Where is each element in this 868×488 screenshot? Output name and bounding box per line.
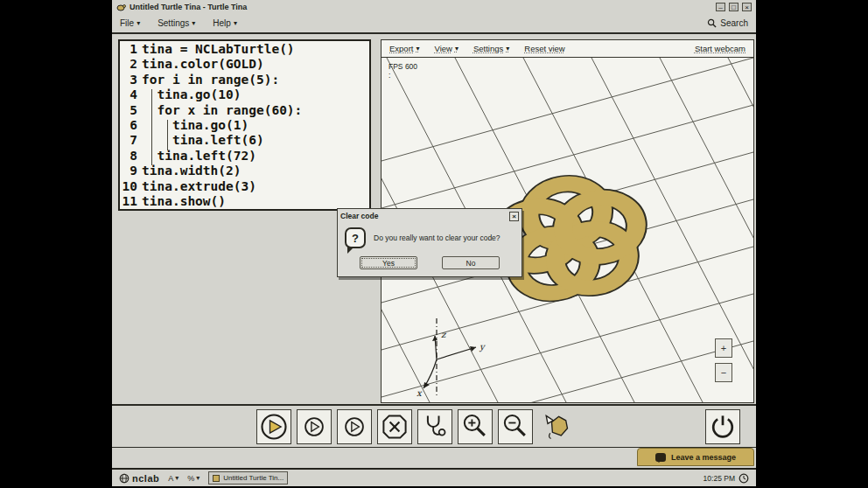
play-slow-button[interactable] — [337, 409, 372, 444]
chevron-down-icon: ▾ — [506, 45, 509, 52]
code-text[interactable]: tina.extrude(3) — [142, 179, 256, 194]
reset-view-button[interactable]: Reset view — [524, 44, 564, 53]
run-button[interactable] — [256, 409, 291, 444]
menu-file[interactable]: File ▾ — [120, 18, 140, 28]
line-number: 7 — [120, 133, 142, 148]
code-text[interactable]: for i in range(5): — [142, 73, 279, 87]
view-label: View — [434, 44, 452, 53]
no-button[interactable]: No — [442, 256, 500, 269]
code-line: 5 for x in range(60): — [120, 103, 369, 118]
chat-icon — [655, 453, 666, 462]
window-title: Untitled Turtle Tina - Turtle Tina — [130, 3, 247, 11]
stats-line: : — [388, 71, 417, 80]
start-webcam-button[interactable]: Start webcam — [695, 44, 746, 53]
code-text[interactable]: tina.show() — [142, 194, 226, 209]
power-button[interactable] — [705, 409, 740, 444]
chevron-down-icon: ▾ — [234, 19, 237, 27]
code-text[interactable]: tina.left(72) — [142, 149, 256, 164]
indent-guide — [167, 120, 168, 150]
code-text[interactable]: tina.left(6) — [142, 133, 264, 148]
fps-counter: FPS 600 : — [388, 62, 417, 80]
code-editor[interactable]: 1tina = NCLabTurtle() 2tina.color(GOLD) … — [118, 39, 371, 211]
menu-help[interactable]: Help ▾ — [213, 18, 237, 28]
app-window: Untitled Turtle Tina - Turtle Tina – □ ×… — [112, 0, 756, 486]
viewport-menu-settings[interactable]: Settings ▾ — [473, 44, 509, 53]
code-line: 1tina = NCLabTurtle() — [120, 42, 369, 57]
code-line: 11tina.show() — [120, 194, 369, 209]
stop-icon — [379, 411, 410, 443]
font-size-icon: A — [168, 474, 173, 483]
line-number: 11 — [120, 194, 142, 209]
line-number: 8 — [120, 149, 142, 164]
settings-label: Settings — [473, 44, 503, 53]
line-number: 2 — [120, 57, 142, 72]
dialog-message: Do you really want to clear your code? — [374, 234, 500, 242]
taskbar-window-button[interactable]: Untitled Turtle Tin... — [208, 471, 288, 485]
play-icon — [298, 411, 330, 443]
y-axis-label: y — [479, 342, 486, 352]
clear-code-dialog: Clear code × ? Do you really want to cle… — [337, 208, 522, 277]
play-icon — [258, 411, 290, 443]
minimize-button[interactable]: – — [716, 3, 725, 11]
leave-message-label: Leave a message — [671, 453, 736, 462]
viewport-zoom-out-button[interactable]: − — [715, 363, 732, 382]
document-icon — [213, 475, 220, 482]
maximize-button[interactable]: □ — [729, 3, 738, 11]
code-text[interactable]: tina.color(GOLD) — [142, 57, 264, 72]
toolbar — [112, 404, 756, 448]
stethoscope-icon — [419, 411, 451, 443]
chevron-down-icon: ▾ — [416, 45, 419, 52]
close-button[interactable]: × — [742, 3, 752, 11]
zoom-out-icon — [500, 411, 531, 443]
menu-settings[interactable]: Settings ▾ — [158, 18, 195, 28]
code-text[interactable]: tina.width(2) — [142, 164, 242, 178]
zoom-in-button[interactable] — [458, 409, 493, 444]
code-text[interactable]: for x in range(60): — [142, 103, 302, 118]
question-icon: ? — [345, 227, 366, 248]
indent-guide — [151, 89, 152, 165]
clear-drawing-button[interactable] — [538, 409, 573, 444]
dialog-title: Clear code — [340, 212, 378, 220]
code-line: 10tina.extrude(3) — [120, 179, 369, 194]
line-number: 6 — [120, 118, 142, 133]
viewport-menu-bar: Export ▾ View ▾ Settings ▾ Reset view St… — [382, 40, 753, 58]
code-text[interactable]: tina = NCLabTurtle() — [142, 42, 295, 57]
taskbar-window-label: Untitled Turtle Tin... — [223, 474, 284, 482]
viewport-menu-view[interactable]: View ▾ — [434, 44, 458, 53]
leave-message-button[interactable]: Leave a message — [637, 448, 754, 466]
font-size-control[interactable]: A ▾ — [168, 474, 178, 483]
chevron-down-icon: ▾ — [192, 19, 195, 27]
code-line: 4 tina.go(10) — [120, 87, 369, 102]
viewport-menu-export[interactable]: Export ▾ — [389, 44, 419, 53]
chevron-down-icon: ▾ — [175, 474, 178, 482]
play-medium-button[interactable] — [297, 409, 332, 444]
globe-icon — [119, 473, 130, 484]
search-control[interactable]: Search — [707, 18, 748, 28]
code-line: 2tina.color(GOLD) — [120, 57, 369, 72]
code-text[interactable]: tina.go(1) — [142, 118, 248, 133]
line-number: 9 — [120, 164, 142, 178]
chevron-down-icon: ▾ — [455, 45, 458, 52]
start-webcam-label: Start webcam — [695, 44, 746, 53]
code-line: 9tina.width(2) — [120, 164, 369, 178]
clock-icon[interactable] — [738, 473, 749, 484]
chevron-down-icon: ▾ — [196, 474, 200, 482]
code-text[interactable]: tina.go(10) — [142, 87, 242, 102]
line-number: 5 — [120, 103, 142, 118]
debug-button[interactable] — [417, 409, 452, 444]
yes-button[interactable]: Yes — [360, 256, 417, 269]
brand-label: nclab — [132, 473, 159, 484]
zoom-out-button[interactable] — [498, 409, 533, 444]
menu-bar: File ▾ Settings ▾ Help ▾ Search — [112, 14, 756, 34]
dialog-title-bar: Clear code × — [338, 209, 522, 221]
zoom-in-icon — [459, 411, 491, 443]
export-label: Export — [389, 44, 413, 53]
code-line: 3for i in range(5): — [120, 73, 369, 87]
stop-button[interactable] — [377, 409, 412, 444]
dialog-close-button[interactable]: × — [509, 212, 519, 221]
viewport-zoom-in-button[interactable]: + — [715, 338, 732, 358]
zoom-percent-control[interactable]: % ▾ — [187, 474, 200, 483]
nclab-logo[interactable]: nclab — [119, 473, 159, 484]
line-number: 10 — [120, 179, 142, 194]
line-number: 1 — [120, 42, 142, 57]
